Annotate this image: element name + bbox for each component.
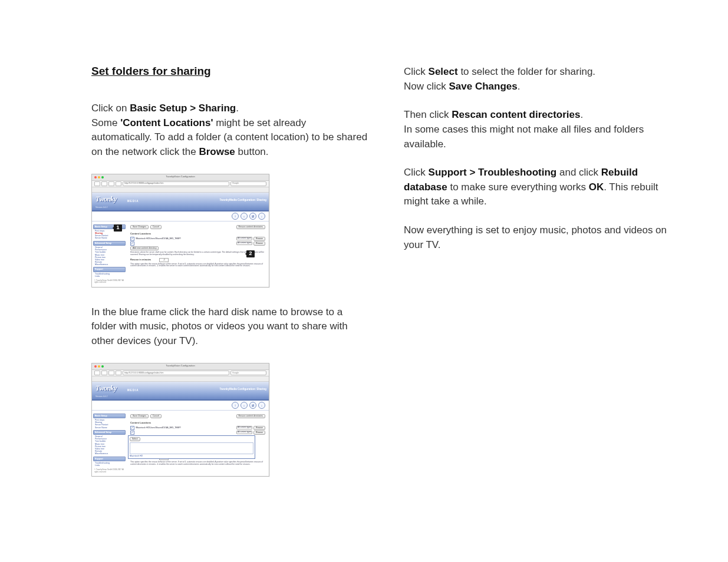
app-logo-sub: MEDIA [127, 389, 139, 392]
two-column-layout: Set folders for sharing Click on Basic S… [91, 65, 681, 494]
download-icon[interactable]: ↓ [258, 213, 265, 220]
browser-toolbar: http://127.0.0.1:9000/configpage/index.h… [92, 181, 269, 187]
browse-button[interactable]: Browse [253, 431, 265, 435]
button-name: Rescan content directories [452, 109, 580, 120]
cancel-button[interactable]: Cancel [150, 414, 162, 418]
section-title-rescan: Rescan in minutes [130, 259, 151, 262]
sidebar: Basic Setup First steps Sharing Server R… [92, 411, 127, 476]
app-page-title: TwonkyMedia Configuration: Sharing [220, 199, 266, 201]
share-checkbox[interactable] [130, 237, 134, 241]
sidebar-heading-basic: Basic Setup [93, 414, 126, 418]
section-title-content-locations: Content Locations [130, 422, 265, 425]
text: . [236, 103, 239, 114]
sidebar-item[interactable]: Server Name [93, 237, 126, 239]
address-bar[interactable]: http://127.0.0.1:9000/configpage/index.h… [123, 181, 229, 186]
home-icon[interactable]: ⌂ [241, 402, 248, 409]
search-field[interactable]: Google [230, 371, 266, 375]
help-text: This option specifies the rescan behavio… [130, 461, 265, 466]
search-field[interactable]: Google [230, 181, 266, 186]
content-type-select[interactable]: All content types [236, 431, 252, 434]
info-icon[interactable]: i [232, 213, 239, 220]
download-icon[interactable]: ↓ [258, 402, 265, 409]
home-button[interactable] [116, 371, 121, 375]
content-type-select[interactable]: All content types [236, 237, 252, 240]
add-directory-button[interactable]: Add new content directory [130, 246, 159, 250]
disk-link[interactable]: Macintosh HD [130, 455, 253, 457]
cancel-button[interactable]: Cancel [150, 225, 162, 229]
text: to make sure everything works [447, 181, 589, 193]
folder-list[interactable] [130, 442, 253, 454]
content-path: /Macintosh HD/Users/Shared/DLNA_IMG_TEMP… [136, 427, 235, 429]
rescan-button[interactable]: Rescan content directories [236, 414, 265, 418]
content-type-select[interactable]: All content types [236, 242, 252, 245]
info-icon[interactable]: i [232, 402, 239, 409]
share-checkbox[interactable] [130, 242, 134, 246]
add-row: Add new content directory [130, 246, 265, 250]
app-body: Basic Setup First steps Sharing Server R… [92, 411, 269, 476]
instruction-paragraph: In the blue frame click the hard disk na… [91, 305, 368, 349]
browse-button[interactable]: Browse [253, 426, 265, 430]
button-name: Save Changes [449, 81, 518, 92]
main-panel: Save Changes Cancel Rescan content direc… [127, 411, 269, 476]
rescan-row: Rescan in minutes -1 [130, 258, 265, 262]
rescan-button[interactable]: Rescan content directories [236, 225, 265, 229]
callout-marker-1: 1 [114, 224, 122, 232]
action-buttons: Save Changes Cancel Rescan content direc… [130, 225, 265, 229]
browse-button[interactable]: Browse [253, 242, 265, 246]
app-logo: Twonky [95, 384, 117, 392]
instruction-paragraph: Click on Basic Setup > Sharing. Some 'Co… [91, 101, 368, 160]
reload-button[interactable] [108, 181, 114, 186]
text: . [581, 109, 584, 120]
share-checkbox[interactable] [130, 426, 134, 430]
text: Now click [404, 81, 449, 92]
share-checkbox[interactable] [130, 431, 134, 435]
save-button[interactable]: Save Changes [130, 225, 149, 229]
sidebar-heading-support: Support [93, 267, 126, 272]
content-row: /Macintosh HD/Users/Shared/DLNA_IMG_TEMP… [130, 426, 265, 430]
share-icon[interactable]: ⇄ [249, 213, 256, 220]
forward-button[interactable] [101, 371, 107, 375]
window-title: TwonkyVision Configuration [92, 176, 269, 178]
reload-button[interactable] [108, 371, 114, 375]
app-banner: Twonky MEDIA Version 4.4.2 TwonkyMedia C… [92, 382, 269, 401]
browser-toolbar: http://127.0.0.1:9000/configpage/index.h… [92, 370, 269, 376]
section-heading: Set folders for sharing [91, 65, 368, 78]
content-row: /Macintosh HD/Users/Shared/DLNA_IMG_TEMP… [130, 237, 265, 241]
browser-tabstrip [92, 376, 269, 382]
save-button[interactable]: Save Changes [130, 414, 149, 418]
content-path: /Macintosh HD/Users/Shared/DLNA_IMG_TEMP… [136, 237, 235, 240]
forward-button[interactable] [101, 181, 107, 186]
section-title-content-locations: Content Locations [130, 233, 265, 236]
text: Some [91, 117, 120, 128]
popover-toolbar: Select [130, 437, 253, 441]
back-button[interactable] [94, 181, 100, 186]
back-button[interactable] [94, 371, 100, 375]
home-icon[interactable]: ⌂ [241, 213, 248, 220]
sidebar-item[interactable]: Miscellaneous [93, 263, 126, 266]
browser-tabstrip [92, 187, 269, 193]
home-button[interactable] [116, 181, 121, 186]
app-version: Version 4.4.2 [95, 395, 107, 398]
sidebar-heading-advanced: Advanced Setup [93, 430, 126, 435]
content-type-select[interactable]: All content types [236, 426, 252, 429]
callout-marker-2: 2 [246, 250, 255, 257]
select-button[interactable]: Select [130, 437, 140, 441]
sidebar-footer: © TwonkyVision GmbH 2003-2007 All rights… [93, 467, 126, 474]
term: 'Content Locations' [120, 117, 213, 128]
rescan-value-input[interactable]: -1 [159, 258, 169, 262]
browse-button[interactable]: Browse [253, 237, 265, 241]
text: . [518, 81, 521, 92]
button-name: Select [429, 66, 458, 77]
app-banner: Twonky MEDIA Version 4.4.2 TwonkyMedia C… [92, 193, 269, 211]
sidebar-item[interactable]: Server Name [93, 427, 126, 429]
term: OK [589, 181, 604, 193]
text: to select the folder for sharing. [458, 66, 595, 77]
instruction-paragraph: Click Select to select the folder for sh… [404, 65, 681, 94]
left-column: Set folders for sharing Click on Basic S… [91, 65, 368, 494]
share-icon[interactable]: ⇄ [249, 402, 256, 409]
window-titlebar: TwonkyVision Configuration [92, 363, 269, 370]
sidebar-footer: © TwonkyVision GmbH 2003-2007 All rights… [93, 277, 126, 285]
sidebar-item[interactable]: Miscellaneous [93, 452, 126, 455]
text: Then click [404, 109, 452, 120]
address-bar[interactable]: http://127.0.0.1:9000/configpage/index.h… [123, 371, 229, 375]
